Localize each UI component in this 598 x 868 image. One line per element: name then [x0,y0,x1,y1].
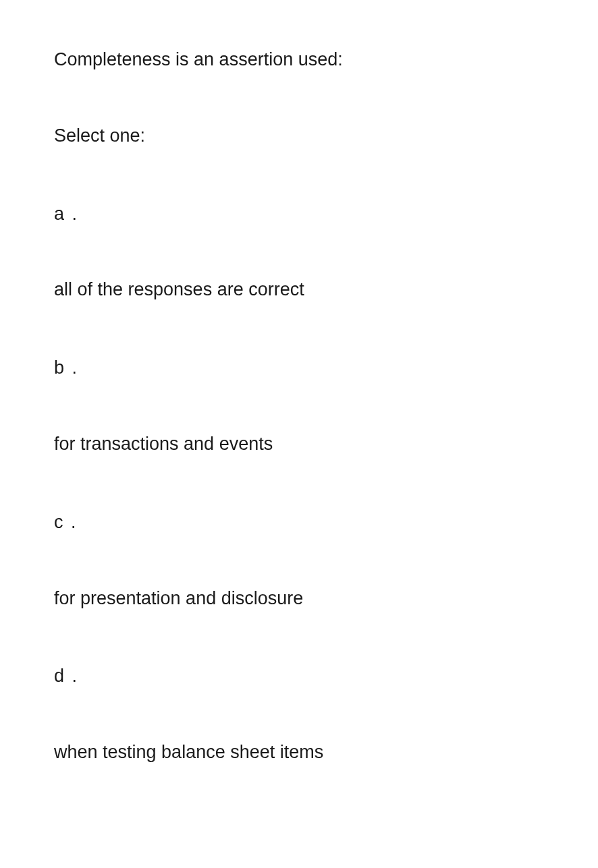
option-a[interactable]: a . all of the responses are correct [54,202,544,303]
option-text-b: for transactions and events [54,432,544,457]
option-b[interactable]: b . for transactions and events [54,355,544,457]
option-d[interactable]: d . when testing balance sheet items [54,664,544,765]
option-letter-c: c . [54,510,544,536]
option-letter-b: b . [54,355,544,381]
option-letter-d: d . [54,664,544,689]
option-text-c: for presentation and disclosure [54,586,544,612]
option-text-d: when testing balance sheet items [54,740,544,765]
question-text: Completeness is an assertion used: [54,47,544,73]
option-letter-a: a . [54,202,544,227]
option-c[interactable]: c . for presentation and disclosure [54,510,544,612]
option-text-a: all of the responses are correct [54,277,544,303]
select-prompt: Select one: [54,123,544,149]
